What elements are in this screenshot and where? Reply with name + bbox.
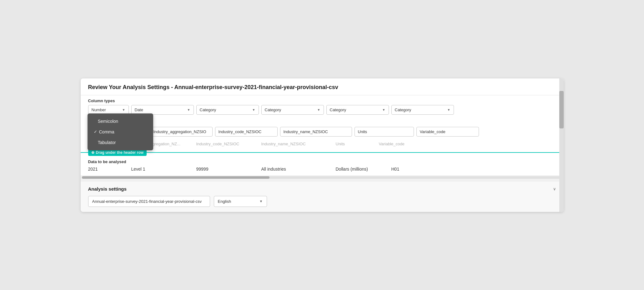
dropdown-item-semicolon[interactable]: Semicolon <box>88 116 153 127</box>
data-section-label: Data to be analysed <box>81 158 564 165</box>
drag-icon: ⊕ <box>91 150 94 155</box>
col-type-chevron-3: ▼ <box>317 108 320 112</box>
col-name-input-2[interactable] <box>215 127 278 137</box>
language-value: English <box>218 199 231 204</box>
data-header-2: Industry_code_NZSIOC <box>196 142 259 146</box>
data-cell-4: Dollars (millions) <box>336 167 389 172</box>
col-name-input-1[interactable] <box>150 127 213 137</box>
col-type-val-5: Category <box>395 108 411 112</box>
delimiter-dropdown[interactable]: Semicolon ✓ Comma Tabulator <box>88 113 153 150</box>
analysis-settings-row: English ▼ <box>88 196 556 207</box>
language-chevron: ▼ <box>259 199 263 203</box>
col-type-chevron-5: ▼ <box>447 108 450 112</box>
col-type-4[interactable]: Category ▼ <box>326 105 389 115</box>
dropdown-item-tabulator[interactable]: Tabulator <box>88 137 153 148</box>
dropdown-label-comma: Comma <box>99 129 114 134</box>
dropdown-label-semicolon: Semicolon <box>98 119 118 124</box>
col-type-0[interactable]: Number ▼ <box>88 105 129 115</box>
col-type-3[interactable]: Category ▼ <box>261 105 324 115</box>
col-type-chevron-1: ▼ <box>187 108 190 112</box>
h-scrollbar-container[interactable] <box>81 175 564 180</box>
col-type-val-3: Category <box>265 108 281 112</box>
dropdown-label-tabulator: Tabulator <box>98 140 116 145</box>
col-type-val-2: Category <box>200 108 216 112</box>
collapse-icon[interactable]: ∨ <box>553 187 556 191</box>
page-title: Review Your Analysis Settings - Annual-e… <box>88 84 338 90</box>
col-name-input-4[interactable] <box>355 127 414 137</box>
main-container: Review Your Analysis Settings - Annual-e… <box>81 78 564 212</box>
analysis-name-input[interactable] <box>88 196 210 207</box>
analysis-settings-title: Analysis settings <box>88 186 127 192</box>
drag-line <box>81 152 559 153</box>
col-name-input-5[interactable] <box>416 127 479 137</box>
drag-label: Drag under the header row <box>96 150 144 155</box>
col-name-input-3[interactable] <box>280 127 352 137</box>
col-type-val-1: Date <box>135 108 143 112</box>
data-cell-0: 2021 <box>88 167 129 172</box>
analysis-settings: Analysis settings ∨ English ▼ <box>81 181 564 212</box>
column-types-label: Column types <box>81 95 564 105</box>
col-type-chevron-0: ▼ <box>122 108 125 112</box>
content-area: Semicolon ✓ Comma Tabulator Column types… <box>81 95 564 180</box>
scrollbar-thumb[interactable] <box>559 91 564 128</box>
data-cell-1: Level 1 <box>131 167 194 172</box>
language-select[interactable]: English ▼ <box>214 196 267 207</box>
col-type-2[interactable]: Category ▼ <box>196 105 259 115</box>
data-header-5: Variable_code <box>379 142 441 146</box>
right-scrollbar[interactable] <box>559 78 564 212</box>
col-type-chevron-4: ▼ <box>382 108 385 112</box>
data-cell-5: H01 <box>391 167 454 172</box>
col-type-val-4: Category <box>330 108 346 112</box>
col-type-val-0: Number <box>92 108 106 112</box>
data-header-4: Units <box>336 142 376 146</box>
checkmark-comma: ✓ <box>94 129 97 134</box>
checkmark-tabulator <box>94 140 96 145</box>
col-type-chevron-2: ▼ <box>252 108 255 112</box>
data-cell-2: 99999 <box>196 167 259 172</box>
checkmark-semicolon <box>94 119 96 123</box>
data-header-3: Industry_name_NZSIOC <box>261 142 333 146</box>
data-cell-3: All industries <box>261 167 333 172</box>
col-type-5[interactable]: Category ▼ <box>391 105 454 115</box>
dropdown-item-comma[interactable]: ✓ Comma <box>88 127 153 137</box>
col-type-1[interactable]: Date ▼ <box>131 105 194 115</box>
page-header: Review Your Analysis Settings - Annual-e… <box>81 78 564 95</box>
h-scrollbar-thumb[interactable] <box>82 176 269 179</box>
data-row: 2021 Level 1 99999 All industries Dollar… <box>81 165 564 175</box>
h-scrollbar-track <box>82 176 562 179</box>
analysis-settings-header: Analysis settings ∨ <box>88 186 556 192</box>
